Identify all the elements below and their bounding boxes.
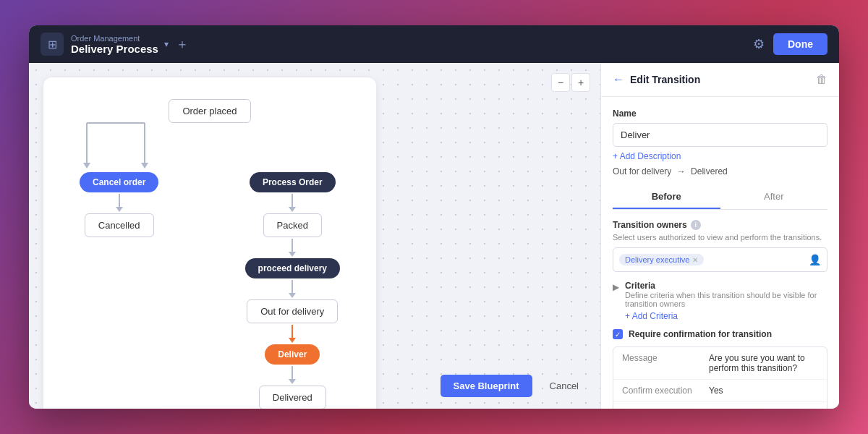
node-out-for-delivery[interactable]: Out for delivery: [247, 299, 338, 323]
conf-row-cancel: Cancel execution No: [613, 402, 827, 409]
conf-cancel-val: No: [709, 408, 720, 409]
arrow-to-cancelled: [116, 194, 123, 212]
conf-cancel-key: Cancel execution: [622, 408, 709, 409]
node-process-order[interactable]: Process Order: [250, 172, 336, 192]
owner-select-icon: 👤: [809, 254, 821, 265]
owner-tag: Delivery executive ✕: [619, 254, 704, 265]
flow-inner: Order placed: [72, 99, 347, 409]
arrow-icon: →: [677, 166, 686, 176]
checkbox-check-icon: ✓: [615, 331, 621, 339]
criteria-content: Criteria Define criteria when this trans…: [625, 281, 827, 322]
name-input[interactable]: [613, 123, 827, 147]
arrow-to-proceed: [289, 239, 296, 257]
main-content: − + Order placed: [29, 63, 839, 409]
panel-title: Edit Transition: [630, 74, 700, 85]
transition-owners-info-icon[interactable]: i: [691, 220, 701, 230]
header-add-button[interactable]: ＋: [176, 35, 189, 53]
right-branch: Process Order Packed: [245, 172, 340, 409]
node-delivered[interactable]: Delivered: [259, 386, 326, 409]
panel-tabs: Before After: [613, 185, 827, 210]
header-breadcrumb: Order Management: [71, 34, 158, 43]
app-logo: ⊞: [41, 33, 64, 56]
node-proceed-delivery[interactable]: proceed delivery: [245, 258, 340, 278]
out-destination: Delivered: [691, 166, 728, 176]
arrow-to-deliver: [289, 325, 296, 343]
criteria-chevron-icon[interactable]: ▶: [613, 282, 619, 292]
header-chevron-icon[interactable]: ▾: [164, 39, 169, 49]
zoom-in-button[interactable]: +: [571, 73, 590, 92]
conf-message-key: Message: [622, 353, 709, 363]
node-packed[interactable]: Packed: [263, 213, 322, 237]
done-button[interactable]: Done: [773, 33, 827, 55]
require-confirmation-row: ✓ Require confirmation for transition: [613, 329, 827, 339]
left-branch: Cancel order Cancelled: [80, 172, 158, 237]
arrow-to-out-delivery: [289, 280, 296, 298]
tab-before[interactable]: Before: [613, 185, 720, 209]
back-arrow-icon[interactable]: ←: [613, 73, 624, 86]
tab-after[interactable]: After: [720, 185, 828, 209]
transition-owners-label: Transition owners i: [613, 220, 827, 230]
conf-row-execution: Confirm execution Yes: [613, 380, 827, 402]
criteria-desc: Define criteria when this transition sho…: [625, 291, 827, 308]
add-description-link[interactable]: + Add Description: [613, 151, 681, 161]
flow-diagram: Order placed: [43, 77, 376, 409]
canvas-area: − + Order placed: [29, 63, 600, 409]
criteria-section: ▶ Criteria Define criteria when this tra…: [613, 281, 827, 322]
transition-owners-desc: Select users authorized to view and perf…: [613, 233, 827, 242]
arrow-to-delivered: [289, 366, 296, 384]
node-cancel-order[interactable]: Cancel order: [80, 172, 158, 192]
node-deliver[interactable]: Deliver: [265, 344, 320, 365]
require-confirmation-label: Require confirmation for transition: [629, 329, 772, 339]
owner-select[interactable]: Delivery executive ✕ 👤: [613, 247, 827, 272]
out-label: Out for delivery: [613, 166, 671, 176]
panel-header-left: ← Edit Transition: [613, 73, 700, 86]
owner-tag-remove[interactable]: ✕: [692, 256, 698, 264]
delete-icon[interactable]: 🗑: [816, 73, 827, 86]
name-label: Name: [613, 109, 827, 119]
add-criteria-link[interactable]: + Add Criteria: [625, 311, 678, 321]
criteria-title: Criteria: [625, 281, 827, 291]
node-order-placed[interactable]: Order placed: [169, 99, 250, 123]
app-header: ⊞ Order Management Delivery Process ▾ ＋ …: [29, 25, 839, 63]
require-confirmation-checkbox[interactable]: ✓: [613, 329, 623, 339]
arrow-to-packed: [289, 194, 296, 212]
cancel-button[interactable]: Cancel: [540, 375, 589, 397]
panel-body: Name + Add Description Out for delivery …: [601, 97, 839, 409]
conf-execution-val: Yes: [709, 386, 723, 396]
conf-message-val: Are you sure you want to perform this tr…: [709, 353, 818, 373]
right-panel: ← Edit Transition 🗑 Name + Add Descripti…: [600, 63, 839, 409]
canvas-controls: − +: [551, 73, 590, 92]
conf-row-message: Message Are you sure you want to perform…: [613, 347, 827, 380]
bottom-actions: Save Blueprint Cancel: [441, 375, 590, 397]
header-title: Delivery Process: [71, 43, 158, 55]
conf-execution-key: Confirm execution: [622, 386, 709, 396]
confirmation-table: Message Are you sure you want to perform…: [613, 346, 827, 409]
header-title-area: Order Management Delivery Process: [71, 34, 158, 55]
zoom-out-button[interactable]: −: [551, 73, 570, 92]
save-blueprint-button[interactable]: Save Blueprint: [441, 375, 532, 397]
logo-icon: ⊞: [48, 38, 57, 51]
panel-header: ← Edit Transition 🗑: [601, 63, 839, 97]
criteria-row: ▶ Criteria Define criteria when this tra…: [613, 281, 827, 322]
out-text: Out for delivery → Delivered: [613, 166, 827, 176]
settings-icon[interactable]: ⚙: [753, 36, 765, 52]
node-cancelled[interactable]: Cancelled: [85, 213, 154, 237]
